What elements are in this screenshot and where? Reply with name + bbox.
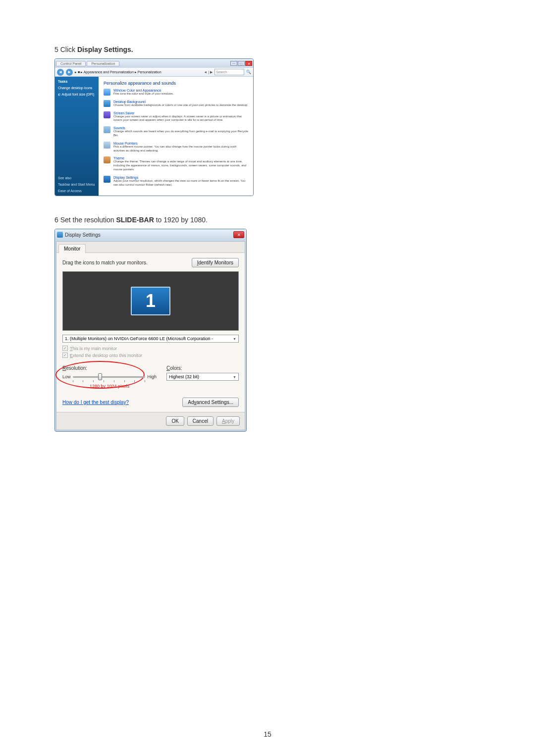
colors-value: Highest (32 bit) xyxy=(169,374,199,379)
slider-high: High xyxy=(147,374,157,379)
ds-footer: OK Cancel Apply xyxy=(56,412,245,430)
resolution-slider[interactable] xyxy=(73,373,146,381)
sidebar-header: Tasks xyxy=(58,80,96,83)
slider-low: Low xyxy=(62,374,71,379)
minimize-button[interactable]: — xyxy=(230,61,237,66)
item-desc: Adjust your monitor resolution, which ch… xyxy=(113,179,248,187)
identify-monitors-button[interactable]: IIdentify Monitorsdentify Monitors xyxy=(192,258,239,267)
resolution-label: Resolution: xyxy=(62,365,87,371)
advanced-settings-button[interactable]: Advanced Settings... xyxy=(182,398,239,407)
item-desc: Choose from available backgrounds or col… xyxy=(113,103,248,107)
window-color-icon xyxy=(104,89,110,96)
item-desc: Change the theme. Themes can change a wi… xyxy=(113,160,248,171)
sounds-icon xyxy=(104,126,110,133)
item-desc: Change which sounds are heard when you d… xyxy=(113,130,248,138)
page-number: 15 xyxy=(0,730,535,738)
sidebar-item-desktop-icons[interactable]: Change desktop icons xyxy=(58,86,96,90)
item-title: Theme xyxy=(113,156,248,160)
personalization-window: Control Panel Personalization — ▢ ✕ ◄ ► … xyxy=(54,58,254,196)
monitor-preview-area[interactable]: 1 xyxy=(62,271,239,331)
apply-button[interactable]: Apply xyxy=(216,416,240,426)
main-panel: Personalize appearance and sounds Window… xyxy=(99,77,253,196)
ds-close-button[interactable]: ✕ xyxy=(233,231,244,238)
monitor-select[interactable]: 1. (Multiple Monitors) on NVIDIA GeForce… xyxy=(62,335,239,343)
screensaver-icon xyxy=(104,111,110,118)
item-mouse[interactable]: Mouse Pointers Pick a different mouse po… xyxy=(104,142,248,153)
step-6-suffix: to 1920 by 1080. xyxy=(154,216,208,224)
mouse-icon xyxy=(104,142,110,149)
help-link[interactable]: How do I get the best display? xyxy=(62,400,129,405)
extend-desktop-checkbox: ✓ xyxy=(62,353,68,358)
ds-tabstrip: Monitor xyxy=(56,242,245,253)
search-nav-icons: ◄ | ▶ xyxy=(204,70,213,74)
sidebar-taskbar[interactable]: Taskbar and Start Menu xyxy=(58,183,96,186)
theme-icon xyxy=(104,156,110,163)
display-icon xyxy=(104,176,110,183)
ds-tab-monitor[interactable]: Monitor xyxy=(58,244,86,253)
item-desc: Change your screen saver or adjust when … xyxy=(113,115,248,123)
search-input[interactable]: Search xyxy=(214,69,244,75)
close-button[interactable]: ✕ xyxy=(245,61,252,66)
item-title: Desktop Background xyxy=(113,100,248,103)
monitor-1-preview[interactable]: 1 xyxy=(131,287,170,315)
colors-label: Colors: xyxy=(166,365,182,371)
item-title: Mouse Pointers xyxy=(113,142,248,145)
item-desc: Pick a different mouse pointer. You can … xyxy=(113,145,248,153)
item-title: Window Color and Appearance xyxy=(113,89,248,92)
title-tab-1[interactable]: Control Panel xyxy=(56,61,86,66)
ds-title-text: Display Settings xyxy=(65,232,101,238)
item-sounds[interactable]: Sounds Change which sounds are heard whe… xyxy=(104,126,248,138)
item-desc: Fine tune the color and style of your wi… xyxy=(113,92,248,96)
identify-u: I xyxy=(197,260,199,265)
colors-group: Colors: Highest (32 bit) ▼ xyxy=(166,363,239,389)
display-settings-window: Display Settings ✕ Monitor Drag the icon… xyxy=(54,229,247,432)
chevron-down-icon: ▼ xyxy=(233,337,236,341)
back-button[interactable]: ◄ xyxy=(57,69,64,76)
sidebar-item-font-size[interactable]: ◐ Adjust font size (DPI) xyxy=(58,93,96,97)
item-screen-saver[interactable]: Screen Saver Change your screen saver or… xyxy=(104,111,248,123)
main-heading: Personalize appearance and sounds xyxy=(104,81,248,86)
ds-titlebar: Display Settings ✕ xyxy=(55,229,246,240)
item-display-settings[interactable]: Display Settings Adjust your monitor res… xyxy=(104,176,248,187)
ds-drag-text: Drag the icons to match your monitors. xyxy=(62,260,148,265)
ok-button[interactable]: OK xyxy=(166,416,184,426)
step-5-bold: Display Settings. xyxy=(77,46,133,53)
address-bar: ◄ ► ▸ ■ ▸ Appearance and Personalization… xyxy=(55,68,253,77)
monitor-select-text: 1. (Multiple Monitors) on NVIDIA GeForce… xyxy=(65,336,213,341)
sidebar-ease[interactable]: Ease of Access xyxy=(58,189,96,193)
item-title: Sounds xyxy=(113,126,248,130)
resolution-value: 1280 by 1024 pixels xyxy=(62,384,157,389)
chevron-down-icon: ▼ xyxy=(233,375,236,379)
item-title: Display Settings xyxy=(113,176,248,179)
desktop-bg-icon xyxy=(104,100,110,107)
ds-title-icon xyxy=(57,232,63,238)
cancel-button[interactable]: Cancel xyxy=(187,416,214,426)
item-title: Screen Saver xyxy=(113,111,248,115)
sidebar-seealso: See also xyxy=(58,176,96,180)
search-icon: 🔍 xyxy=(246,70,251,74)
colors-select[interactable]: Highest (32 bit) ▼ xyxy=(166,373,239,381)
step-6-prefix: 6 Set the resolution xyxy=(54,216,116,224)
item-desktop-bg[interactable]: Desktop Background Choose from available… xyxy=(104,100,248,107)
forward-button[interactable]: ► xyxy=(66,69,73,76)
item-window-color[interactable]: Window Color and Appearance Fine tune th… xyxy=(104,89,248,96)
window-titlebar: Control Panel Personalization — ▢ ✕ xyxy=(55,59,253,68)
step-5-prefix: 5 Click xyxy=(54,46,77,53)
extend-desktop-check: ✓ Extend the desktop onto this monitor xyxy=(62,353,239,358)
breadcrumb[interactable]: ▸ ■ ▸ Appearance and Personalization ▸ P… xyxy=(75,70,202,74)
title-tab-2[interactable]: Personalization xyxy=(87,61,119,66)
main-monitor-checkbox: ✓ xyxy=(62,346,68,351)
step-6-instruction: 6 Set the resolution SLIDE-BAR to 1920 b… xyxy=(54,216,481,224)
item-theme[interactable]: Theme Change the theme. Themes can chang… xyxy=(104,156,248,171)
sidebar: Tasks Change desktop icons ◐ Adjust font… xyxy=(55,77,99,196)
step-5-instruction: 5 Click Display Settings. xyxy=(54,46,481,53)
main-monitor-check: ✓ This is my main monitor xyxy=(62,346,239,351)
slider-thumb[interactable] xyxy=(98,373,102,380)
maximize-button[interactable]: ▢ xyxy=(238,61,245,66)
step-6-bold: SLIDE-BAR xyxy=(116,216,154,224)
resolution-group: Resolution: Low High xyxy=(62,363,157,389)
